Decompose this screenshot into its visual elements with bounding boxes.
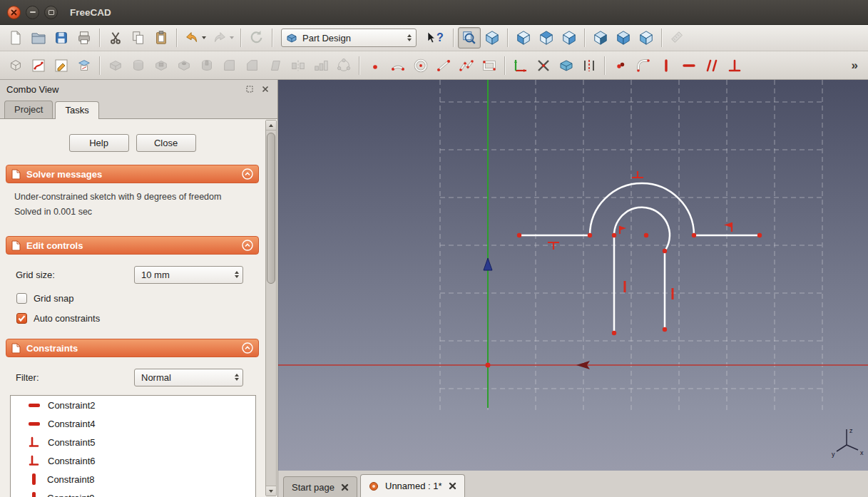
redo-dropdown-arrow[interactable]: [230, 36, 234, 39]
map-sketch-button[interactable]: [73, 55, 96, 76]
sketch-line-button[interactable]: [432, 55, 455, 76]
panel-scrollbar[interactable]: [265, 120, 277, 496]
3d-view[interactable]: z y x: [278, 80, 868, 471]
tab-tasks[interactable]: Tasks: [55, 101, 98, 119]
polar-pattern-button[interactable]: [332, 55, 355, 76]
external-geometry-button[interactable]: [555, 55, 578, 76]
horizontal-constraint-icon: [29, 422, 40, 426]
trim-edge-button[interactable]: [532, 55, 555, 76]
close-button[interactable]: Close: [136, 134, 196, 152]
scrollbar-thumb[interactable]: [267, 133, 275, 284]
constraint-list-item[interactable]: Constraint9: [11, 488, 255, 497]
constrain-vertical-button[interactable]: [655, 55, 678, 76]
redo-button[interactable]: [209, 27, 237, 48]
constrain-perpendicular-button[interactable]: [723, 55, 746, 76]
grid-snap-checkbox[interactable]: [16, 293, 27, 304]
front-view-button[interactable]: [512, 27, 535, 48]
constrain-parallel-button[interactable]: [700, 55, 723, 76]
edit-controls-header[interactable]: Edit controls: [6, 236, 259, 255]
sketch-arc-button[interactable]: [387, 55, 409, 76]
constrain-symmetric-button[interactable]: [578, 55, 601, 76]
close-tab-icon[interactable]: [341, 483, 349, 491]
tab-project[interactable]: Project: [4, 101, 53, 118]
toolbar-separator: [661, 29, 663, 47]
tab-start-page[interactable]: Start page: [283, 476, 357, 497]
collapse-icon[interactable]: [242, 342, 253, 354]
spinner-arrows[interactable]: [235, 271, 239, 278]
pocket-button[interactable]: [150, 55, 173, 76]
close-panel-button[interactable]: [260, 83, 271, 95]
viewport-column: z y x Start page Unnamed : 1*: [278, 80, 868, 497]
whats-this-button[interactable]: ?: [421, 27, 449, 48]
mirrored-button[interactable]: [287, 55, 310, 76]
create-body-button[interactable]: [4, 55, 27, 76]
toolbar-overflow-button[interactable]: »: [846, 58, 864, 73]
toggle-construction-button[interactable]: [509, 55, 532, 76]
constraint-list-item[interactable]: Constraint8: [11, 470, 255, 488]
constrain-coincident-button[interactable]: [609, 55, 632, 76]
sketch-circle-button[interactable]: [409, 55, 432, 76]
toolbar-standard: Part Design ?: [0, 25, 868, 51]
constraint-list-item[interactable]: Constraint5: [11, 433, 255, 451]
constraints-header[interactable]: Constraints: [6, 339, 259, 357]
create-sketch-button[interactable]: [27, 55, 50, 76]
sketch-fillet-button[interactable]: [632, 55, 655, 76]
close-tab-icon[interactable]: [449, 482, 456, 490]
scroll-down-button[interactable]: [266, 486, 276, 496]
copy-button[interactable]: [127, 27, 150, 48]
origin-point[interactable]: [486, 363, 491, 368]
right-view-button[interactable]: [558, 27, 581, 48]
linear-pattern-button[interactable]: [310, 55, 332, 76]
tab-label: Start page: [292, 482, 335, 493]
sketch-point-button[interactable]: [364, 55, 387, 76]
undo-button[interactable]: [181, 30, 209, 46]
constraint-list-item[interactable]: Constraint2: [11, 396, 255, 414]
collapse-icon[interactable]: [242, 168, 253, 180]
hole-button[interactable]: [173, 55, 195, 76]
document-tabbar: Start page Unnamed : 1*: [278, 471, 868, 497]
constraint-list-item[interactable]: Constraint6: [11, 451, 255, 470]
fillet-button[interactable]: [218, 55, 241, 76]
sketch-polyline-button[interactable]: [455, 55, 478, 76]
draft-button[interactable]: [264, 55, 287, 76]
new-document-button[interactable]: [4, 27, 27, 48]
spinner-arrows[interactable]: [235, 374, 239, 381]
left-view-button[interactable]: [635, 27, 658, 48]
window-close-button[interactable]: [7, 6, 21, 19]
chamfer-button[interactable]: [241, 55, 264, 76]
cut-button[interactable]: [104, 27, 127, 48]
scroll-up-button[interactable]: [266, 121, 276, 130]
grid-size-select[interactable]: 10 mm: [134, 266, 243, 284]
top-view-button[interactable]: [535, 27, 558, 48]
section-title: Constraints: [26, 343, 78, 354]
measure-distance-button[interactable]: [666, 27, 689, 48]
axonometric-view-button[interactable]: [481, 27, 504, 48]
rear-view-button[interactable]: [589, 27, 612, 48]
edit-sketch-button[interactable]: [50, 55, 73, 76]
tab-unnamed-document[interactable]: Unnamed : 1*: [360, 474, 465, 497]
sketch-rectangle-button[interactable]: [478, 55, 501, 76]
constraint-filter-select[interactable]: Normal: [134, 369, 243, 386]
pad-button[interactable]: [104, 55, 127, 76]
bottom-view-button[interactable]: [612, 27, 635, 48]
auto-constraints-checkbox[interactable]: [16, 313, 27, 324]
workbench-selector[interactable]: Part Design: [281, 29, 417, 47]
paste-button[interactable]: [150, 27, 173, 48]
undo-dropdown-arrow[interactable]: [202, 36, 206, 39]
solver-messages-header[interactable]: Solver messages: [6, 165, 259, 183]
collapse-icon[interactable]: [242, 240, 253, 251]
constrain-horizontal-button[interactable]: [678, 55, 700, 76]
fit-all-button[interactable]: [458, 27, 481, 48]
refresh-button[interactable]: [245, 27, 268, 48]
open-document-button[interactable]: [27, 27, 50, 48]
save-document-button[interactable]: [50, 27, 73, 48]
window-maximize-button[interactable]: [44, 6, 58, 19]
float-panel-button[interactable]: [244, 83, 255, 95]
window-minimize-button[interactable]: [26, 6, 39, 19]
help-button[interactable]: Help: [69, 134, 129, 152]
print-button[interactable]: [73, 27, 96, 48]
constraint-list-item[interactable]: Constraint4: [11, 414, 255, 433]
revolution-button[interactable]: [127, 55, 150, 76]
3d-viewport[interactable]: z y x: [278, 80, 868, 471]
groove-button[interactable]: [195, 55, 218, 76]
